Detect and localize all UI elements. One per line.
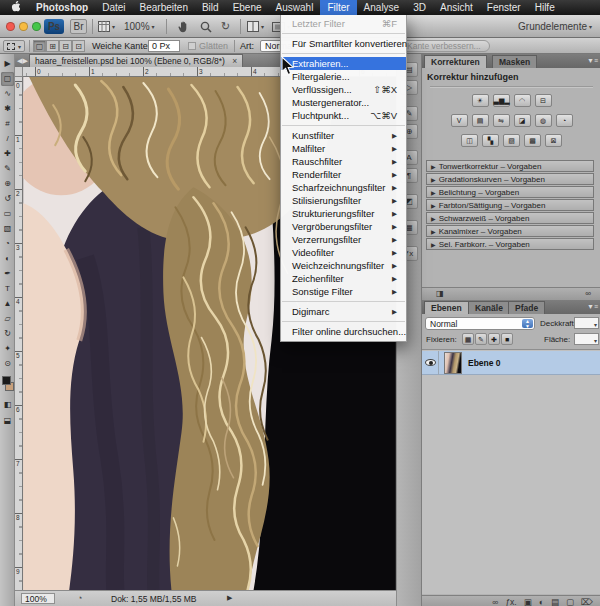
lock-transparency-icon[interactable]: ▦ [462, 333, 474, 345]
clone-stamp-tool[interactable]: ⊕ [1, 177, 14, 191]
bridge-launch-button[interactable]: Br [70, 19, 87, 34]
menu-item-strukturierungsfilter[interactable]: Strukturierungsfilter▶ [281, 207, 406, 220]
menu-item-smartfilter-konvertieren[interactable]: Für Smartfilter konvertieren [281, 37, 406, 50]
menu-item-fluchtpunkt[interactable]: Fluchtpunkt...⌥⌘V [281, 109, 406, 122]
selection-intersect-button[interactable]: ⊡ [72, 40, 85, 52]
close-window-button[interactable] [6, 22, 15, 31]
lasso-tool[interactable]: ∿ [1, 87, 14, 101]
clip-to-layer-icon[interactable]: ∞ [585, 289, 591, 298]
menu-filter[interactable]: Filter [320, 0, 356, 15]
workspace-switcher[interactable]: Grundelemente▾ [518, 19, 592, 34]
eye-icon[interactable] [425, 359, 436, 366]
rotate-view-tool[interactable]: ↻ [1, 327, 14, 341]
menu-item-mustergenerator[interactable]: Mustergenerator... [281, 96, 406, 109]
preset-schwarzweiss[interactable]: ▶Schwarzweiß – Vorgaben [426, 212, 594, 224]
refine-edge-button[interactable]: Kante verbessern... [398, 40, 490, 52]
shape-tool[interactable]: ▱ [1, 312, 14, 326]
black-white-icon[interactable]: ◪ [514, 114, 531, 127]
arrange-documents-button[interactable]: ▾ [247, 19, 264, 34]
brush-tool[interactable]: ✎ [1, 162, 14, 176]
blur-tool[interactable]: ◔ [1, 237, 14, 251]
menu-item-stilisierungsfilter[interactable]: Stilisierungsfilter▶ [281, 194, 406, 207]
eyedropper-tool[interactable]: / [1, 132, 14, 146]
channel-mixer-icon[interactable]: ◔ [556, 114, 573, 127]
menu-auswahl[interactable]: Auswahl [269, 0, 321, 15]
panel-menu-icon[interactable]: ▼≡ [587, 57, 598, 64]
adjustment-layer-icon[interactable]: ◐ [539, 597, 544, 606]
layer-row-ebene0[interactable]: Ebene 0 [422, 351, 600, 375]
menu-item-weichzeichnungsfilter[interactable]: Weichzeichnungsfilter▶ [281, 259, 406, 272]
zoom-tool-button[interactable] [200, 19, 212, 34]
lock-move-icon[interactable]: ✚ [488, 333, 500, 345]
hue-saturation-icon[interactable]: ▤ [472, 114, 489, 127]
antialias-checkbox[interactable] [188, 42, 196, 50]
preset-farbton-saettigung[interactable]: ▶Farbton/Sättigung – Vorgaben [426, 199, 594, 211]
path-selection-tool[interactable]: ▲ [1, 297, 14, 311]
gradient-tool[interactable]: ▧ [1, 222, 14, 236]
menu-fenster[interactable]: Fenster [480, 0, 528, 15]
preset-tonwertkorrektur[interactable]: ▶Tonwertkorrektur – Vorgaben [426, 160, 594, 172]
visibility-cell[interactable] [422, 351, 439, 375]
preset-belichtung[interactable]: ▶Belichtung – Vorgaben [426, 186, 594, 198]
zoom-window-button[interactable] [32, 22, 41, 31]
exposure-icon[interactable]: ⊟ [535, 94, 552, 107]
menu-bearbeiten[interactable]: Bearbeiten [133, 0, 195, 15]
menu-item-filter-online-durchsuchen[interactable]: Filter online durchsuchen... [281, 325, 406, 338]
view-extras-button[interactable]: ▾ [98, 19, 115, 34]
layer-group-icon[interactable]: ▤ [551, 597, 559, 606]
menu-item-malfilter[interactable]: Malfilter▶ [281, 142, 406, 155]
menu-item-kunstfilter[interactable]: Kunstfilter▶ [281, 129, 406, 142]
selection-add-button[interactable]: ⊞ [46, 40, 59, 52]
threshold-icon[interactable]: ▨ [503, 134, 520, 147]
blend-mode-select[interactable]: Normal ▲▼ [425, 317, 535, 330]
type-tool[interactable]: T [1, 282, 14, 296]
selection-subtract-button[interactable]: ⊟ [59, 40, 72, 52]
menu-datei[interactable]: Datei [95, 0, 132, 15]
delete-layer-icon[interactable]: ⌦ [581, 597, 593, 606]
menu-ebene[interactable]: Ebene [226, 0, 269, 15]
layer-mask-icon[interactable]: ▣ [524, 597, 532, 606]
menu-item-renderfilter[interactable]: Renderfilter▶ [281, 168, 406, 181]
color-balance-icon[interactable]: ⇋ [493, 114, 510, 127]
dodge-tool[interactable]: ◐ [1, 252, 14, 266]
hand-tool-button[interactable] [178, 19, 189, 34]
lock-all-icon[interactable]: ■ [501, 333, 513, 345]
selection-new-button[interactable]: ▢ [33, 40, 46, 52]
invert-icon[interactable]: ◫ [461, 134, 478, 147]
preset-sel-farbkorr[interactable]: ▶Sel. Farbkorr. – Vorgaben [426, 238, 594, 250]
menu-item-verzerrungsfilter[interactable]: Verzerrungsfilter▶ [281, 233, 406, 246]
menu-analyse[interactable]: Analyse [357, 0, 407, 15]
new-layer-icon[interactable]: ▢ [566, 597, 574, 606]
crop-tool[interactable]: # [1, 117, 14, 131]
eraser-tool[interactable]: ▭ [1, 207, 14, 221]
tool-preset-picker[interactable]: ▾ [3, 40, 25, 52]
preset-kanalmixer[interactable]: ▶Kanalmixer – Vorgaben [426, 225, 594, 237]
feather-input[interactable]: 0 Px [148, 40, 180, 52]
marquee-tool[interactable]: ▢ [1, 72, 14, 86]
preset-gradationskurven[interactable]: ▶Gradationskurven – Vorgaben [426, 173, 594, 185]
selective-color-icon[interactable]: ⊠ [545, 134, 562, 147]
tab-masken[interactable]: Masken [492, 55, 537, 68]
move-tool[interactable]: ▶ [1, 57, 14, 71]
layer-style-icon[interactable]: ƒx. [505, 597, 516, 606]
menu-item-verfluessigen[interactable]: Verflüssigen...⇧⌘X [281, 83, 406, 96]
menu-item-videofilter[interactable]: Videofilter▶ [281, 246, 406, 259]
history-brush-tool[interactable]: ↺ [1, 192, 14, 206]
menu-item-extrahieren[interactable]: Extrahieren... [281, 57, 406, 70]
menu-hilfe[interactable]: Hilfe [528, 0, 562, 15]
menu-bild[interactable]: Bild [195, 0, 226, 15]
hand-tool[interactable]: ✦ [1, 342, 14, 356]
quick-mask-button[interactable]: ◧ [1, 398, 14, 412]
photo-filter-icon[interactable]: ◍ [535, 114, 552, 127]
menu-item-rauschfilter[interactable]: Rauschfilter▶ [281, 155, 406, 168]
document-tab[interactable]: haare_freistellen.psd bei 100% (Ebene 0,… [29, 54, 243, 67]
curves-icon[interactable]: ◠ [514, 94, 531, 107]
posterize-icon[interactable]: ▚ [482, 134, 499, 147]
panel-menu-icon[interactable]: ▼≡ [587, 303, 598, 310]
tab-ebenen[interactable]: Ebenen [424, 301, 469, 314]
brightness-contrast-icon[interactable]: ☀ [472, 94, 489, 107]
tab-pfade[interactable]: Pfade [508, 301, 545, 314]
layer-thumbnail[interactable] [444, 352, 462, 374]
fill-value[interactable]: ▾100% [574, 333, 599, 345]
menu-item-sonstige-filter[interactable]: Sonstige Filter▶ [281, 285, 406, 298]
